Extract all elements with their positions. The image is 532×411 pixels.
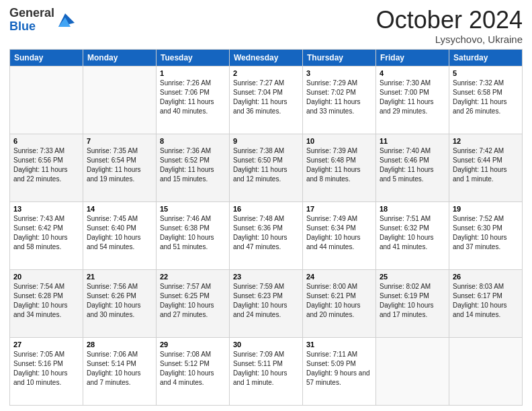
col-header-friday: Friday xyxy=(376,49,449,66)
cell-info: Sunrise: 7:09 AMSunset: 5:11 PMDaylight:… xyxy=(233,350,299,387)
col-header-tuesday: Tuesday xyxy=(157,49,230,66)
cell-info: Sunrise: 7:42 AMSunset: 6:44 PMDaylight:… xyxy=(453,146,519,184)
cell-info: Sunrise: 7:06 AMSunset: 5:14 PMDaylight:… xyxy=(87,350,152,387)
day-number: 2 xyxy=(233,69,299,77)
calendar-cell: 9Sunrise: 7:38 AMSunset: 6:50 PMDaylight… xyxy=(230,134,303,201)
col-header-wednesday: Wednesday xyxy=(230,49,303,66)
day-number: 16 xyxy=(233,205,299,213)
cell-info: Sunrise: 7:43 AMSunset: 6:42 PMDaylight:… xyxy=(13,214,79,252)
day-number: 27 xyxy=(13,340,79,349)
cell-info: Sunrise: 7:40 AMSunset: 6:46 PMDaylight:… xyxy=(380,146,445,184)
day-number: 25 xyxy=(380,273,445,281)
calendar-cell: 31Sunrise: 7:11 AMSunset: 5:09 PMDayligh… xyxy=(303,337,376,405)
cell-info: Sunrise: 7:36 AMSunset: 6:52 PMDaylight:… xyxy=(160,146,226,184)
calendar-cell: 26Sunrise: 8:03 AMSunset: 6:17 PMDayligh… xyxy=(449,269,523,337)
day-number: 7 xyxy=(87,137,152,145)
cell-info: Sunrise: 7:48 AMSunset: 6:36 PMDaylight:… xyxy=(233,214,299,252)
day-number: 6 xyxy=(13,137,79,145)
col-header-thursday: Thursday xyxy=(303,49,376,66)
month-title: October 2024 xyxy=(376,7,523,34)
cell-info: Sunrise: 7:57 AMSunset: 6:25 PMDaylight:… xyxy=(160,282,226,320)
day-number: 1 xyxy=(160,69,226,77)
calendar-cell: 15Sunrise: 7:46 AMSunset: 6:38 PMDayligh… xyxy=(157,201,230,269)
calendar-cell: 24Sunrise: 8:00 AMSunset: 6:21 PMDayligh… xyxy=(303,269,376,337)
day-number: 26 xyxy=(453,273,519,281)
cell-info: Sunrise: 7:29 AMSunset: 7:02 PMDaylight:… xyxy=(306,79,372,116)
day-number: 29 xyxy=(160,340,226,349)
calendar-cell: 27Sunrise: 7:05 AMSunset: 5:16 PMDayligh… xyxy=(10,337,83,405)
calendar-cell: 4Sunrise: 7:30 AMSunset: 7:00 PMDaylight… xyxy=(376,66,449,134)
cell-info: Sunrise: 7:51 AMSunset: 6:32 PMDaylight:… xyxy=(380,214,445,252)
calendar-cell xyxy=(376,337,449,405)
day-number: 21 xyxy=(87,273,152,281)
day-number: 8 xyxy=(160,137,226,145)
day-number: 17 xyxy=(306,205,372,213)
logo: General Blue xyxy=(9,7,75,34)
day-number: 18 xyxy=(380,205,445,213)
header: General Blue October 2024 Lysychovo, Ukr… xyxy=(9,7,523,45)
cell-info: Sunrise: 7:59 AMSunset: 6:23 PMDaylight:… xyxy=(233,282,299,320)
calendar-cell: 8Sunrise: 7:36 AMSunset: 6:52 PMDaylight… xyxy=(157,134,230,201)
logo-general: General xyxy=(9,6,54,19)
day-number: 31 xyxy=(306,340,372,349)
calendar-cell: 6Sunrise: 7:33 AMSunset: 6:56 PMDaylight… xyxy=(10,134,83,201)
cell-info: Sunrise: 7:39 AMSunset: 6:48 PMDaylight:… xyxy=(306,146,372,184)
day-number: 9 xyxy=(233,137,299,145)
calendar-cell: 7Sunrise: 7:35 AMSunset: 6:54 PMDaylight… xyxy=(83,134,157,201)
calendar-cell: 23Sunrise: 7:59 AMSunset: 6:23 PMDayligh… xyxy=(230,269,303,337)
cell-info: Sunrise: 7:30 AMSunset: 7:00 PMDaylight:… xyxy=(380,79,445,116)
col-header-saturday: Saturday xyxy=(449,49,523,66)
cell-info: Sunrise: 7:45 AMSunset: 6:40 PMDaylight:… xyxy=(87,214,152,252)
calendar-cell: 17Sunrise: 7:49 AMSunset: 6:34 PMDayligh… xyxy=(303,201,376,269)
day-number: 13 xyxy=(13,205,79,213)
calendar-cell: 12Sunrise: 7:42 AMSunset: 6:44 PMDayligh… xyxy=(449,134,523,201)
calendar-header-row: SundayMondayTuesdayWednesdayThursdayFrid… xyxy=(10,49,523,66)
calendar-week-row: 20Sunrise: 7:54 AMSunset: 6:28 PMDayligh… xyxy=(10,269,523,337)
logo-blue: Blue xyxy=(9,19,36,33)
cell-info: Sunrise: 7:52 AMSunset: 6:30 PMDaylight:… xyxy=(453,214,519,252)
day-number: 10 xyxy=(306,137,372,145)
day-number: 5 xyxy=(453,69,519,77)
cell-info: Sunrise: 7:26 AMSunset: 7:06 PMDaylight:… xyxy=(160,79,226,116)
day-number: 23 xyxy=(233,273,299,281)
calendar-cell: 18Sunrise: 7:51 AMSunset: 6:32 PMDayligh… xyxy=(376,201,449,269)
calendar-cell: 3Sunrise: 7:29 AMSunset: 7:02 PMDaylight… xyxy=(303,66,376,134)
cell-info: Sunrise: 7:11 AMSunset: 5:09 PMDaylight:… xyxy=(306,350,372,387)
calendar-cell: 25Sunrise: 8:02 AMSunset: 6:19 PMDayligh… xyxy=(376,269,449,337)
logo-text: General Blue xyxy=(9,7,54,34)
calendar-week-row: 6Sunrise: 7:33 AMSunset: 6:56 PMDaylight… xyxy=(10,134,523,201)
calendar-cell: 30Sunrise: 7:09 AMSunset: 5:11 PMDayligh… xyxy=(230,337,303,405)
day-number: 4 xyxy=(380,69,445,77)
cell-info: Sunrise: 7:32 AMSunset: 6:58 PMDaylight:… xyxy=(453,79,519,116)
cell-info: Sunrise: 7:46 AMSunset: 6:38 PMDaylight:… xyxy=(160,214,226,252)
day-number: 3 xyxy=(306,69,372,77)
calendar-week-row: 1Sunrise: 7:26 AMSunset: 7:06 PMDaylight… xyxy=(10,66,523,134)
day-number: 24 xyxy=(306,273,372,281)
col-header-monday: Monday xyxy=(83,49,157,66)
cell-info: Sunrise: 8:00 AMSunset: 6:21 PMDaylight:… xyxy=(306,282,372,320)
logo-icon xyxy=(56,11,75,30)
calendar-cell: 1Sunrise: 7:26 AMSunset: 7:06 PMDaylight… xyxy=(157,66,230,134)
calendar-week-row: 13Sunrise: 7:43 AMSunset: 6:42 PMDayligh… xyxy=(10,201,523,269)
day-number: 28 xyxy=(87,340,152,349)
calendar-cell: 16Sunrise: 7:48 AMSunset: 6:36 PMDayligh… xyxy=(230,201,303,269)
calendar-cell: 11Sunrise: 7:40 AMSunset: 6:46 PMDayligh… xyxy=(376,134,449,201)
calendar-cell: 22Sunrise: 7:57 AMSunset: 6:25 PMDayligh… xyxy=(157,269,230,337)
calendar-cell: 14Sunrise: 7:45 AMSunset: 6:40 PMDayligh… xyxy=(83,201,157,269)
day-number: 11 xyxy=(380,137,445,145)
cell-info: Sunrise: 7:54 AMSunset: 6:28 PMDaylight:… xyxy=(13,282,79,320)
calendar-page: General Blue October 2024 Lysychovo, Ukr… xyxy=(0,0,532,411)
cell-info: Sunrise: 7:56 AMSunset: 6:26 PMDaylight:… xyxy=(87,282,152,320)
calendar-cell: 10Sunrise: 7:39 AMSunset: 6:48 PMDayligh… xyxy=(303,134,376,201)
day-number: 12 xyxy=(453,137,519,145)
calendar-cell xyxy=(83,66,157,134)
cell-info: Sunrise: 7:33 AMSunset: 6:56 PMDaylight:… xyxy=(13,146,79,184)
cell-info: Sunrise: 7:08 AMSunset: 5:12 PMDaylight:… xyxy=(160,350,226,387)
col-header-sunday: Sunday xyxy=(10,49,83,66)
calendar-week-row: 27Sunrise: 7:05 AMSunset: 5:16 PMDayligh… xyxy=(10,337,523,405)
calendar-cell: 2Sunrise: 7:27 AMSunset: 7:04 PMDaylight… xyxy=(230,66,303,134)
cell-info: Sunrise: 8:02 AMSunset: 6:19 PMDaylight:… xyxy=(380,282,445,320)
cell-info: Sunrise: 7:49 AMSunset: 6:34 PMDaylight:… xyxy=(306,214,372,252)
calendar-cell: 19Sunrise: 7:52 AMSunset: 6:30 PMDayligh… xyxy=(449,201,523,269)
calendar-cell: 29Sunrise: 7:08 AMSunset: 5:12 PMDayligh… xyxy=(157,337,230,405)
